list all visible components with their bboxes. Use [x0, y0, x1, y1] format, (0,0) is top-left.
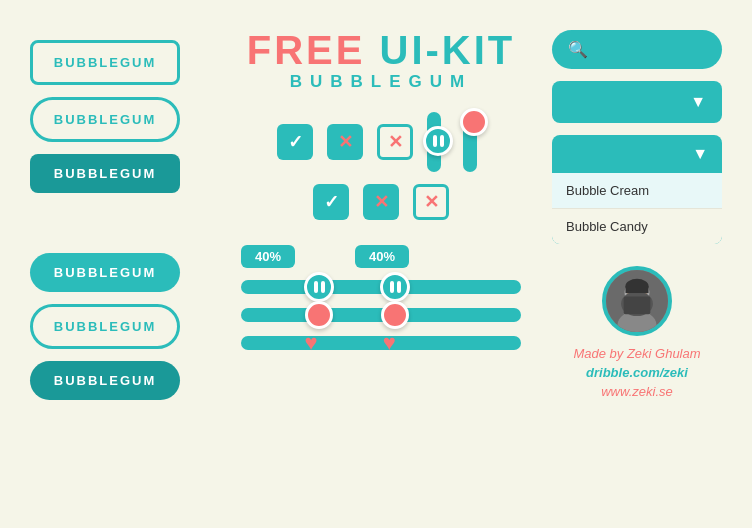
slider-labels: 40% 40%: [241, 245, 521, 268]
center-column: FREE UI-KIT BUBBLEGUM ✓ ✕ ✕: [230, 30, 532, 498]
svg-rect-5: [624, 297, 651, 315]
slider-track-3[interactable]: ♥ ♥: [241, 336, 521, 350]
btn-dark-rounded[interactable]: BUBBLEGUM: [30, 361, 180, 400]
credit-dribbble[interactable]: dribble.com/zeki: [586, 365, 688, 380]
button-group-top: BUBBLEGUM BUBBLEGUM BUBBLEGUM: [30, 40, 210, 193]
slider-thumb-circle-2[interactable]: [381, 301, 409, 329]
btn-outline-rounded[interactable]: BUBBLEGUM: [30, 97, 180, 142]
title-uikit: UI-KIT: [365, 28, 515, 72]
dropdown-arrow-1: ▼: [690, 93, 706, 111]
pause-icon-s2: [390, 281, 401, 293]
btn-dark[interactable]: BUBBLEGUM: [30, 154, 180, 193]
slider-thumb-heart-1[interactable]: ♥: [304, 330, 317, 356]
slider-track-1[interactable]: [241, 280, 521, 294]
dropdown-item-2[interactable]: Bubble Candy: [552, 209, 722, 244]
credit-website[interactable]: www.zeki.se: [601, 384, 673, 399]
dropdown-closed[interactable]: ▼: [552, 81, 722, 123]
checkbox-cross-outline-2[interactable]: ✕: [413, 184, 449, 220]
btn-outline-rounded-2[interactable]: BUBBLEGUM: [30, 304, 180, 349]
slider-label-2: 40%: [355, 245, 409, 268]
button-group-bottom: BUBBLEGUM BUBBLEGUM BUBBLEGUM: [30, 253, 210, 400]
search-icon: 🔍: [568, 40, 588, 59]
pause-icon-1: [433, 135, 444, 147]
slider-thumb-pause-2[interactable]: [380, 272, 410, 302]
title-bubblegum: BUBBLEGUM: [247, 72, 516, 92]
cross-icon-1: ✕: [338, 131, 353, 153]
slider-thumb-circle-1[interactable]: [305, 301, 333, 329]
dropdown-item-1[interactable]: Bubble Cream: [552, 173, 722, 209]
slider-label-1: 40%: [241, 245, 295, 268]
cross-icon-3: ✕: [374, 191, 389, 213]
right-column: 🔍 ▼ ▼ Bubble Cream Bubble Candy: [552, 30, 722, 498]
credit-made-by: Made by Zeki Ghulam: [573, 346, 700, 361]
btn-outline-1[interactable]: BUBBLEGUM: [30, 40, 180, 85]
cross-icon-4: ✕: [424, 191, 439, 213]
dropdown-arrow-2: ▼: [692, 145, 708, 163]
pause-icon-s1: [314, 281, 325, 293]
title-free-uikit: FREE UI-KIT: [247, 30, 516, 70]
title-free: FREE: [247, 28, 366, 72]
checkbox-checked-2[interactable]: ✓: [313, 184, 349, 220]
controls-row-2: ✓ ✕ ✕: [313, 184, 449, 220]
check-icon-2: ✓: [324, 191, 339, 213]
check-icon-1: ✓: [288, 131, 303, 153]
controls-row-1: ✓ ✕ ✕: [277, 112, 485, 172]
dropdown-header[interactable]: ▼: [552, 135, 722, 173]
sliders-area: 40% 40%: [241, 245, 521, 350]
toggle-2[interactable]: [463, 112, 485, 172]
checkbox-cross-teal-1[interactable]: ✕: [327, 124, 363, 160]
dropdown-list: Bubble Cream Bubble Candy: [552, 173, 722, 244]
slider-track-2[interactable]: [241, 308, 521, 322]
avatar: [602, 266, 672, 336]
checkbox-cross-outline-1[interactable]: ✕: [377, 124, 413, 160]
main-page: BUBBLEGUM BUBBLEGUM BUBBLEGUM BUBBLEGUM …: [0, 0, 752, 528]
credit-area: Made by Zeki Ghulam dribble.com/zeki www…: [552, 266, 722, 399]
svg-rect-7: [625, 286, 648, 293]
btn-solid-rounded[interactable]: BUBBLEGUM: [30, 253, 180, 292]
cross-icon-2: ✕: [388, 131, 403, 153]
toggle-1[interactable]: [427, 112, 449, 172]
avatar-image: [606, 270, 668, 332]
title-area: FREE UI-KIT BUBBLEGUM: [247, 30, 516, 92]
dropdown-open[interactable]: ▼ Bubble Cream Bubble Candy: [552, 135, 722, 244]
slider-thumb-pause-1[interactable]: [304, 272, 334, 302]
checkbox-cross-teal-2[interactable]: ✕: [363, 184, 399, 220]
search-bar[interactable]: 🔍: [552, 30, 722, 69]
slider-thumb-heart-2[interactable]: ♥: [383, 330, 396, 356]
checkbox-checked-1[interactable]: ✓: [277, 124, 313, 160]
left-column: BUBBLEGUM BUBBLEGUM BUBBLEGUM BUBBLEGUM …: [30, 30, 210, 498]
